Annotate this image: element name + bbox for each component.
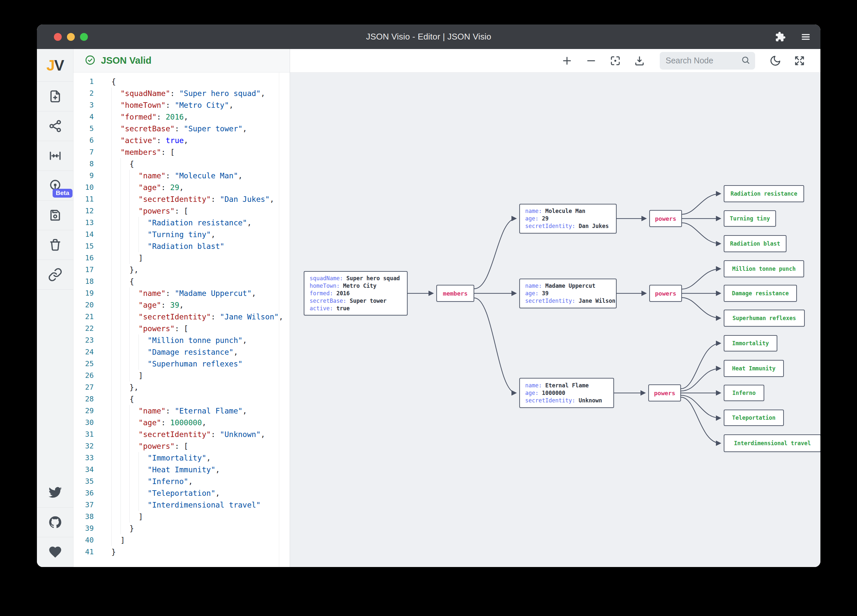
graph-node-leaf-inferno[interactable]: Inferno	[724, 385, 764, 401]
indent-guide	[129, 487, 130, 499]
menu-icon	[800, 31, 811, 42]
indent-guide	[129, 464, 130, 475]
indent-guide	[121, 334, 121, 346]
indent-guide	[129, 217, 130, 229]
code-line: 26 ]	[73, 370, 290, 381]
code-line: 7 "members": [	[73, 146, 290, 158]
sidebar-item-save[interactable]	[37, 201, 73, 230]
graph-node-member-2[interactable]: name: Madame Uppercutage: 39secretIdenti…	[519, 279, 617, 308]
graph-node-member-3[interactable]: name: Eternal Flameage: 1000000secretIde…	[519, 378, 614, 408]
indent-guide	[129, 182, 130, 193]
line-number: 2	[73, 88, 105, 99]
graph-canvas[interactable]: squadName: Super hero squadhomeTown: Met…	[290, 49, 820, 567]
line-number: 14	[73, 229, 105, 240]
graph-node-leaf-radiation-blast[interactable]: Radiation blast	[724, 235, 786, 252]
graph-node-leaf-superhuman-reflexes[interactable]: Superhuman reflexes	[724, 310, 805, 327]
graph-node-powers-1[interactable]: powers	[649, 210, 682, 227]
line-number: 24	[73, 346, 105, 358]
node-key: formed:	[309, 290, 336, 297]
graph-edge	[682, 269, 721, 289]
sidebar-item-delete[interactable]	[37, 230, 73, 260]
sidebar-item-share-link[interactable]	[37, 260, 73, 290]
extension-icon[interactable]	[775, 31, 786, 42]
indent-guide	[129, 193, 130, 205]
sidebar-item-github[interactable]	[37, 508, 73, 537]
indent-guide	[129, 370, 130, 381]
zoom-in-button[interactable]	[561, 55, 573, 67]
line-number: 31	[73, 429, 105, 440]
indent-guide	[121, 240, 121, 252]
code-editor[interactable]: 1{2 "squadName": "Super hero squad",3 "h…	[73, 73, 290, 567]
indent-guide	[129, 170, 130, 182]
indent-guide	[111, 464, 112, 475]
indent-guide	[111, 288, 112, 299]
sidebar-item-twitter[interactable]	[37, 478, 73, 508]
sidebar-item-live-transform[interactable]: Beta	[37, 171, 73, 201]
line-number: 13	[73, 217, 105, 229]
indent-guide	[111, 405, 112, 417]
graph-node-leaf-heat-immunity[interactable]: Heat Immunity	[724, 360, 784, 377]
dark-mode-button[interactable]	[769, 55, 781, 67]
node-value: 39	[542, 290, 548, 297]
line-number: 9	[73, 170, 105, 182]
code-line: 2 "squadName": "Super hero squad",	[73, 88, 290, 99]
indent-guide	[111, 452, 112, 464]
sidebar-item-center-view[interactable]	[37, 141, 73, 171]
graph-node-leaf-immortality[interactable]: Immortality	[724, 335, 777, 351]
download-button[interactable]	[634, 55, 645, 67]
window-title: JSON Visio - Editor | JSON Visio	[37, 32, 820, 42]
indent-guide	[129, 288, 130, 299]
indent-guide	[129, 346, 130, 358]
sidebar-item-visualize[interactable]	[37, 111, 73, 141]
sidebar-item-new-document[interactable]	[37, 82, 73, 111]
indent-guide	[129, 311, 130, 323]
zoom-out-button[interactable]	[585, 55, 597, 67]
indent-guide	[129, 440, 130, 452]
check-circle-icon	[85, 54, 96, 66]
line-number: 10	[73, 182, 105, 193]
canvas-toolbar	[290, 49, 820, 73]
node-value: Unknown	[579, 397, 602, 404]
line-number: 33	[73, 452, 105, 464]
indent-guide	[111, 523, 112, 534]
graph-node-member-1[interactable]: name: Molecule Manage: 29secretIdentity:…	[519, 204, 617, 234]
indent-guide	[129, 499, 130, 511]
indent-guide	[129, 334, 130, 346]
app-logo[interactable]: JV	[37, 49, 73, 82]
line-number: 6	[73, 135, 105, 146]
trash-icon	[48, 238, 62, 252]
node-label: Turning tiny	[730, 215, 770, 222]
indent-guide	[121, 252, 121, 264]
indent-guide	[138, 475, 139, 487]
fullscreen-button[interactable]	[794, 55, 805, 67]
graph-node-powers-3[interactable]: powers	[648, 384, 681, 401]
graph-node-leaf-radiation-resistance[interactable]: Radiation resistance	[724, 185, 804, 202]
search-icon[interactable]	[741, 55, 750, 66]
twitter-icon	[48, 485, 62, 500]
line-number: 29	[73, 405, 105, 417]
indent-guide	[121, 158, 121, 170]
graph-node-leaf-million-tonne-punch[interactable]: Million tonne punch	[724, 260, 804, 277]
indent-guide	[121, 464, 121, 475]
node-key: secretBase:	[309, 297, 350, 304]
node-label: Million tonne punch	[732, 266, 796, 272]
indent-guide	[129, 299, 130, 311]
sidebar-item-sponsor[interactable]	[37, 537, 73, 567]
graph-node-leaf-interdimensional-travel[interactable]: Interdimensional travel	[724, 434, 820, 452]
line-number: 16	[73, 252, 105, 264]
center-focus-button[interactable]	[609, 55, 621, 67]
line-number: 34	[73, 464, 105, 475]
json-valid-status: JSON Valid	[101, 55, 152, 66]
graph-node-powers-2[interactable]: powers	[649, 285, 682, 302]
graph-node-members[interactable]: members	[436, 285, 474, 302]
graph-node-leaf-damage-resistance[interactable]: Damage resistance	[724, 285, 797, 302]
search-node-input[interactable]	[666, 56, 741, 65]
indent-guide	[111, 217, 112, 229]
code-line: 32 "powers": [	[73, 440, 290, 452]
indent-guide	[111, 264, 112, 275]
graph-node-leaf-teleportation[interactable]: Teleportation	[724, 410, 784, 426]
graph-node-leaf-turning-tiny[interactable]: Turning tiny	[724, 210, 776, 227]
node-key: name:	[525, 208, 545, 214]
graph-node-root[interactable]: squadName: Super hero squadhomeTown: Met…	[304, 271, 408, 316]
menu-icon[interactable]	[800, 31, 811, 42]
